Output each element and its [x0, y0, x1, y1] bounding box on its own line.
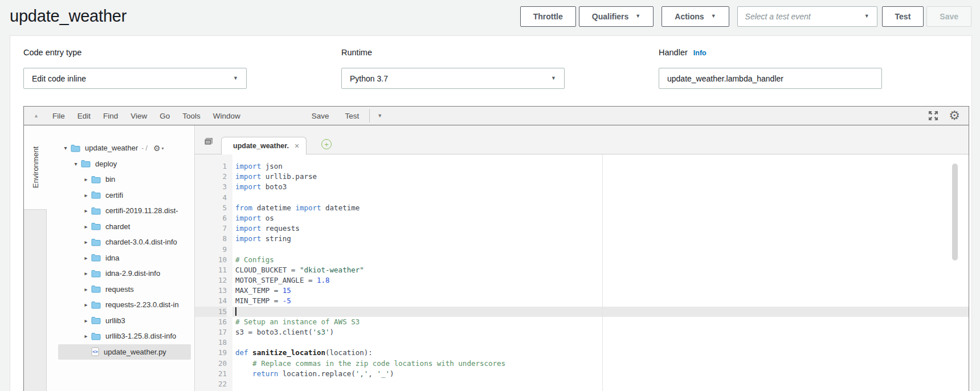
code-line-8[interactable]: import string	[232, 234, 969, 244]
close-tab-icon[interactable]: ×	[295, 141, 299, 150]
editor-menubar: ▲ FileEditFindViewGoToolsWindow Save Tes…	[24, 107, 969, 125]
tree-closed-caret-icon[interactable]: ▸	[82, 207, 90, 214]
qualifiers-button[interactable]: Qualifiers▼	[579, 6, 654, 27]
print-margin-line	[602, 154, 603, 391]
tree-item-deploy[interactable]: ▾deploy	[47, 156, 194, 172]
collapse-editor-icon[interactable]: ▲	[34, 113, 39, 119]
code-area[interactable]: 1234567891011121314151617181920212223 im…	[195, 154, 969, 391]
tree-closed-caret-icon[interactable]: ▸	[82, 255, 90, 261]
folder-icon	[91, 285, 101, 293]
python-file-icon: <>	[91, 347, 99, 356]
code-line-4[interactable]	[232, 193, 969, 203]
menu-tools[interactable]: Tools	[176, 112, 207, 120]
tree-closed-caret-icon[interactable]: ▸	[82, 192, 90, 198]
code-line-16[interactable]: # Setup an instance of AWS S3	[232, 317, 969, 327]
handler-input[interactable]	[659, 68, 882, 89]
tree-closed-caret-icon[interactable]: ▸	[82, 317, 90, 324]
test-button[interactable]: Test	[882, 6, 924, 27]
tree-closed-caret-icon[interactable]: ▸	[82, 302, 90, 308]
tree-item-label: idna-2.9.dist-info	[105, 269, 160, 278]
code-lines: import jsonimport urllib.parseimport bot…	[232, 154, 969, 391]
editor-test-menu[interactable]: Test	[337, 112, 368, 120]
tree-item-update-weather[interactable]: ▾update_weather- /⚙▾	[47, 140, 194, 156]
code-line-22[interactable]	[232, 379, 969, 389]
tree-item-chardet-3-0-4-dist-info[interactable]: ▸chardet-3.0.4.dist-info	[47, 234, 194, 250]
tree-closed-caret-icon[interactable]: ▸	[82, 286, 90, 292]
code-line-11[interactable]: CLOUD_BUCKET = "dkiot-weather"	[232, 265, 969, 275]
code-line-15[interactable]	[232, 307, 969, 317]
menu-go[interactable]: Go	[153, 112, 176, 120]
vertical-scrollbar[interactable]	[952, 164, 958, 260]
line-number: 17	[195, 327, 227, 337]
code-line-20[interactable]: # Replace commas in the zip code locatio…	[232, 359, 969, 369]
text-cursor	[235, 307, 236, 316]
tree-closed-caret-icon[interactable]: ▸	[82, 239, 90, 245]
chevron-down-icon[interactable]: ▼	[370, 113, 390, 119]
tree-open-caret-icon[interactable]: ▾	[62, 145, 70, 151]
code-line-18[interactable]	[232, 337, 969, 348]
runtime-label: Runtime	[341, 48, 372, 57]
page-title: update_weather	[10, 7, 126, 26]
throttle-button[interactable]: Throttle	[520, 6, 576, 27]
code-line-12[interactable]: MOTOR_STEP_ANGLE = 1.8	[232, 275, 969, 286]
tree-item-bin[interactable]: ▸bin	[47, 172, 194, 188]
code-line-5[interactable]: from datetime import datetime	[232, 203, 969, 213]
tree-item-urllib3-1-25-8-dist-info[interactable]: ▸urllib3-1.25.8.dist-info	[47, 328, 194, 344]
tree-item-idna[interactable]: ▸idna	[47, 250, 194, 266]
tree-closed-caret-icon[interactable]: ▸	[82, 270, 90, 276]
menu-view[interactable]: View	[124, 112, 153, 120]
tab-list-icon[interactable]	[204, 137, 213, 145]
tree-settings-gear-icon[interactable]: ⚙▾	[153, 144, 164, 153]
menu-find[interactable]: Find	[97, 112, 124, 120]
chevron-down-icon: ▼	[635, 14, 640, 19]
runtime-select[interactable]: Python 3.7 ▼	[341, 68, 565, 89]
tree-item-certifi-2019-11-28-dist-[interactable]: ▸certifi-2019.11.28.dist-	[47, 203, 194, 219]
line-number: 21	[195, 369, 227, 379]
line-number: 12	[195, 275, 227, 286]
fullscreen-icon[interactable]	[928, 110, 939, 121]
code-line-6[interactable]: import os	[232, 213, 969, 223]
line-number: 11	[195, 265, 227, 275]
actions-button[interactable]: Actions▼	[662, 6, 729, 27]
code-line-19[interactable]: def sanitize_location(location):	[232, 348, 969, 358]
folder-icon	[81, 160, 91, 168]
handler-info-link[interactable]: Info	[693, 49, 707, 57]
line-number: 16	[195, 317, 227, 327]
svg-text:<>: <>	[92, 349, 98, 355]
tree-item-label: urllib3-1.25.8.dist-info	[105, 332, 176, 340]
code-line-7[interactable]: import requests	[232, 223, 969, 234]
environment-tab[interactable]: Environment	[24, 125, 47, 210]
tree-item-requests-2-23-0-dist-in[interactable]: ▸requests-2.23.0.dist-in	[47, 297, 194, 313]
editor-settings-gear-icon[interactable]: ⚙	[949, 109, 960, 122]
tree-item-idna-2-9-dist-info[interactable]: ▸idna-2.9.dist-info	[47, 266, 194, 282]
new-tab-plus-icon[interactable]: +	[321, 139, 332, 149]
code-line-9[interactable]	[232, 245, 969, 255]
code-line-13[interactable]: MAX_TEMP = 15	[232, 286, 969, 296]
code-line-14[interactable]: MIN_TEMP = -5	[232, 296, 969, 306]
tab-update-weather-py[interactable]: update_weather. ×	[221, 137, 307, 154]
tree-closed-caret-icon[interactable]: ▸	[82, 176, 90, 182]
code-line-21[interactable]: return location.replace(',', '_')	[232, 369, 969, 379]
tree-item-requests[interactable]: ▸requests	[47, 282, 194, 298]
test-event-select[interactable]: Select a test event ▼	[737, 6, 877, 27]
editor-save-menu[interactable]: Save	[304, 112, 337, 120]
tree-item-urllib3[interactable]: ▸urllib3	[47, 313, 194, 329]
menu-file[interactable]: File	[46, 112, 71, 120]
code-line-17[interactable]: s3 = boto3.client('s3')	[232, 327, 969, 337]
tree-item-certifi[interactable]: ▸certifi	[47, 188, 194, 203]
code-line-10[interactable]: # Configs	[232, 255, 969, 265]
menu-window[interactable]: Window	[207, 112, 247, 120]
code-line-1[interactable]: import json	[232, 161, 969, 172]
code-line-2[interactable]: import urllib.parse	[232, 172, 969, 182]
tree-closed-caret-icon[interactable]: ▸	[82, 333, 90, 339]
folder-icon	[91, 207, 101, 215]
code-line-3[interactable]: import boto3	[232, 182, 969, 192]
line-number: 4	[195, 193, 227, 203]
tree-closed-caret-icon[interactable]: ▸	[82, 223, 90, 230]
save-button[interactable]: Save	[926, 6, 971, 27]
menu-edit[interactable]: Edit	[71, 112, 97, 120]
tree-item-update-weather-py[interactable]: <>update_weather.py	[58, 344, 191, 360]
tree-item-chardet[interactable]: ▸chardet	[47, 219, 194, 235]
code-entry-type-select[interactable]: Edit code inline ▼	[23, 68, 247, 89]
tree-open-caret-icon[interactable]: ▾	[72, 161, 80, 167]
